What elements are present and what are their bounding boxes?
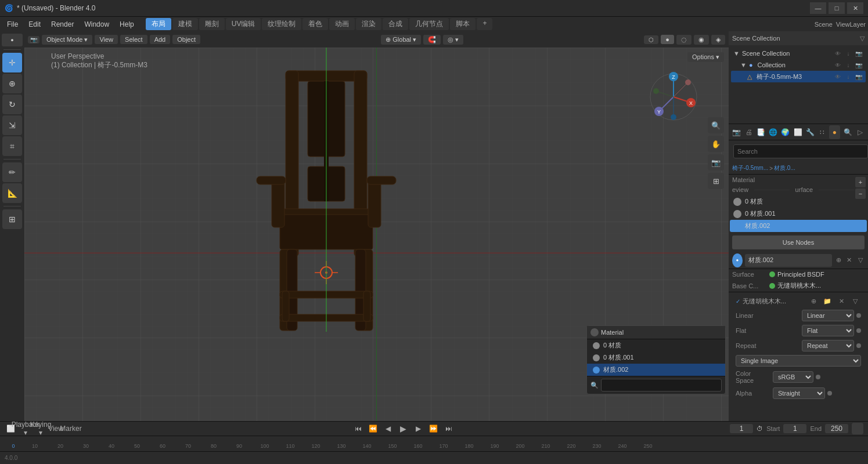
- tl-marker-btn[interactable]: Marker: [65, 423, 77, 434]
- texture-open-btn[interactable]: 📁: [822, 295, 833, 307]
- shading-rendered-btn[interactable]: ◉: [694, 35, 709, 45]
- tool-scale[interactable]: ⇲: [2, 115, 22, 135]
- window-controls[interactable]: — □ ✕: [810, 2, 863, 14]
- prop-tab-material[interactable]: ●: [829, 125, 840, 139]
- prop-tab-scene[interactable]: 🌐: [768, 125, 779, 139]
- tab-layout[interactable]: 布局: [146, 18, 171, 30]
- visibility-toggle-collection[interactable]: 👁: [833, 60, 842, 70]
- tab-texture-paint[interactable]: 纹理绘制: [262, 18, 301, 30]
- viewport-options-btn[interactable]: Options ▾: [687, 52, 724, 62]
- tab-sculpt[interactable]: 雕刻: [199, 18, 225, 30]
- material-item-2[interactable]: 材质.002: [730, 220, 867, 232]
- tab-modeling[interactable]: 建模: [172, 18, 198, 30]
- tab-animation[interactable]: 动画: [329, 18, 355, 30]
- use-nodes-button[interactable]: Use Nodes: [732, 235, 865, 249]
- tl-sphere-btn[interactable]: [852, 423, 863, 434]
- tl-next-keyframe-btn[interactable]: ⏩: [428, 423, 440, 434]
- breadcrumb-item-2[interactable]: 材质.0...: [774, 164, 795, 172]
- visibility-toggle-object[interactable]: 👁: [833, 72, 842, 81]
- linear-select[interactable]: Linear Closest Cubic Smart: [802, 310, 854, 321]
- popup-item-2[interactable]: 材质.002: [587, 364, 725, 376]
- shading-material-btn[interactable]: ◈: [711, 35, 725, 45]
- color-space-select[interactable]: sRGB Linear Raw: [773, 371, 813, 383]
- tool-cursor[interactable]: ✛: [2, 53, 22, 72]
- minimize-button[interactable]: —: [810, 2, 826, 14]
- prop-tab-render[interactable]: 📷: [731, 125, 742, 139]
- material-unlink-btn[interactable]: ✕: [845, 255, 853, 266]
- tab-add[interactable]: +: [477, 18, 492, 30]
- material-item-1[interactable]: 0 材质.001: [730, 208, 867, 220]
- shading-solid-btn[interactable]: ●: [661, 35, 674, 44]
- tab-rendering[interactable]: 渲染: [356, 18, 381, 30]
- select-btn[interactable]: Select: [120, 35, 147, 44]
- maximize-button[interactable]: □: [829, 2, 845, 14]
- tool-add-object[interactable]: ⊞: [2, 209, 22, 229]
- outliner-row-collection[interactable]: ▼ ● Collection 👁 ↓ 📷: [731, 59, 866, 71]
- flat-select[interactable]: Flat Box Sphere Tube: [802, 325, 854, 336]
- pan-btn[interactable]: ✋: [708, 136, 724, 152]
- breadcrumb-item-1[interactable]: 椅子-0.5mm...: [732, 164, 768, 172]
- prop-search-btn[interactable]: 🔍: [842, 125, 853, 139]
- snap-btn[interactable]: 🧲: [423, 35, 441, 45]
- tab-shading[interactable]: 着色: [302, 18, 328, 30]
- texture-unlink-btn[interactable]: ✕: [835, 295, 847, 307]
- outliner-row-scene-collection[interactable]: ▼ Scene Collection 👁 ↓ 📷: [731, 48, 866, 59]
- tl-play-btn[interactable]: ▶: [398, 423, 409, 434]
- tl-jump-end-btn[interactable]: ⏭: [443, 423, 455, 434]
- tl-jump-start-btn[interactable]: ⏮: [352, 423, 364, 434]
- material-add-btn[interactable]: +: [855, 177, 866, 187]
- render-toggle-object[interactable]: 📷: [854, 72, 863, 81]
- prop-tab-particles[interactable]: ∷: [817, 125, 828, 139]
- surface-value[interactable]: Principled BSDF: [777, 271, 865, 278]
- texture-copy-btn[interactable]: ⊕: [808, 295, 819, 307]
- tool-move[interactable]: ⊕: [2, 74, 22, 93]
- shading-wire-btn[interactable]: ◌: [676, 35, 691, 45]
- tab-geometry-nodes[interactable]: 几何节点: [409, 18, 449, 30]
- tool-transform[interactable]: ⌗: [2, 136, 22, 156]
- base-color-value[interactable]: 无缝胡桃木木...: [777, 281, 865, 290]
- tl-prev-keyframe-btn[interactable]: ⏪: [368, 423, 379, 434]
- view-btn[interactable]: View: [95, 35, 118, 44]
- tl-next-frame-btn[interactable]: ▶: [413, 423, 424, 434]
- prop-tab-view-layer[interactable]: 📑: [755, 125, 766, 139]
- current-frame-display[interactable]: 1: [730, 424, 753, 433]
- app-menu-help[interactable]: Help: [115, 19, 139, 30]
- app-menu-window[interactable]: Window: [80, 19, 114, 30]
- material-overrides-btn[interactable]: ▽: [856, 255, 865, 266]
- global-orientation-btn[interactable]: ⊕ Global ▾: [381, 35, 421, 45]
- popup-search-input[interactable]: [601, 379, 722, 392]
- viewport-overlay-btn[interactable]: ⬡: [644, 35, 658, 44]
- render-toggle-collection[interactable]: 📷: [854, 60, 863, 70]
- camera-btn[interactable]: 📷: [708, 154, 724, 171]
- render-toggle-scene[interactable]: 📷: [854, 49, 863, 58]
- start-frame-display[interactable]: 1: [783, 424, 806, 433]
- alpha-select[interactable]: Straight Premultiplied Channel Packed No…: [773, 387, 825, 399]
- surface-link[interactable]: urface: [795, 186, 813, 193]
- select-toggle-collection[interactable]: ↓: [844, 60, 853, 70]
- app-menu-render[interactable]: Render: [46, 19, 78, 30]
- popup-item-1[interactable]: 0 材质.001: [587, 351, 725, 364]
- material-copy-nodes-btn[interactable]: ⊕: [834, 255, 843, 266]
- select-toggle-scene[interactable]: ↓: [844, 49, 853, 58]
- prop-tab-modifier[interactable]: 🔧: [805, 125, 816, 139]
- single-image-select[interactable]: Single Image Movie Sequence: [736, 355, 861, 367]
- prop-tab-output[interactable]: 🖨: [743, 125, 754, 139]
- app-menu-edit[interactable]: Edit: [24, 19, 45, 30]
- tool-measure[interactable]: 📐: [2, 183, 22, 203]
- popup-item-0[interactable]: 0 材质: [587, 339, 725, 351]
- texture-more-btn[interactable]: ▽: [849, 295, 861, 307]
- proportional-btn[interactable]: ◎ ▾: [443, 35, 463, 45]
- timeline-ruler[interactable]: 0 10 20 30 40 50 60 70 80 90 100 110 120…: [0, 436, 868, 451]
- tl-prev-frame-btn[interactable]: ◀: [383, 423, 394, 434]
- material-name-input[interactable]: [745, 254, 832, 267]
- tab-compositing[interactable]: 合成: [383, 18, 408, 30]
- zoom-in-btn[interactable]: 🔍: [708, 117, 724, 133]
- material-remove-btn[interactable]: −: [855, 188, 866, 199]
- tab-scripting[interactable]: 脚本: [450, 18, 476, 30]
- prop-tab-world[interactable]: 🌍: [780, 125, 791, 139]
- tool-rotate[interactable]: ↻: [2, 95, 22, 114]
- mode-selector[interactable]: ●: [2, 34, 23, 46]
- app-menu-file[interactable]: File: [2, 19, 23, 30]
- preview-link[interactable]: eview: [732, 186, 748, 193]
- object-btn[interactable]: Object: [172, 35, 200, 44]
